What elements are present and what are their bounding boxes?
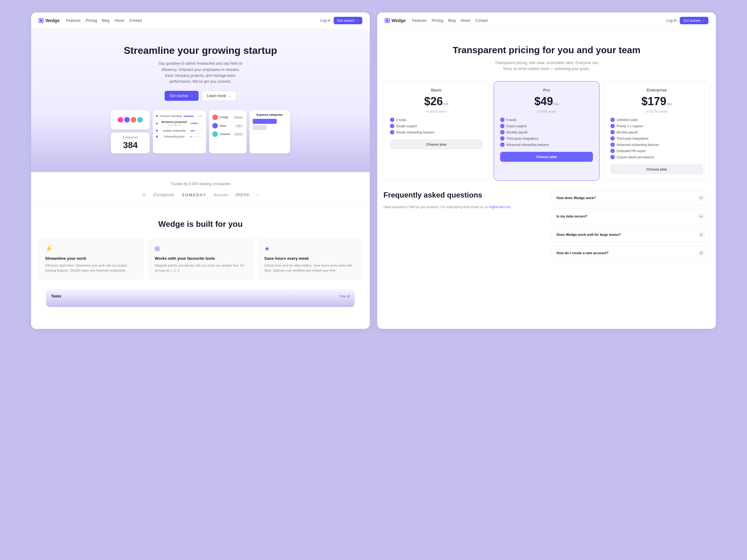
avatar-3 — [130, 116, 137, 123]
feature-ent-6: ✓ Dedicated HR expert — [610, 149, 703, 153]
feature-basic-1: ✓ 2 seats — [390, 117, 483, 122]
tasks-card: Finance reporting 74% Business proposal … — [153, 110, 206, 153]
faq-section: Frequently asked questions Have question… — [377, 190, 716, 263]
task-label-3: Update leadership — [160, 129, 188, 132]
nav-about-right[interactable]: About — [461, 18, 470, 23]
feature-title-2: Works with your favourite tools — [155, 256, 246, 261]
logos-row: ⬡ Compose SOMEDAY Accent IRENE › — [38, 192, 362, 197]
cta-button-left[interactable]: Get started — [334, 17, 362, 24]
employee-label: Employees — [114, 136, 147, 139]
feature-ent-3: ✓ Monthly payroll — [610, 130, 703, 134]
feature-desc-3: Unlock more time for what matters. Save … — [264, 263, 356, 273]
plan-price-basic: $26/mo — [390, 95, 483, 108]
login-button-right[interactable]: Log in — [666, 18, 677, 23]
check-icon-e3: ✓ — [610, 130, 615, 134]
feature-ent-7: ✓ Custom admin permissions — [610, 155, 703, 159]
brand-logo-irene: IRENE — [236, 192, 250, 197]
hero-cta-primary[interactable]: Get started — [165, 91, 199, 101]
nav-pricing-left[interactable]: Pricing — [85, 18, 97, 23]
feature-ent-5: ✓ Advanced onboarding features — [610, 142, 703, 147]
faq-item-3[interactable]: Does Wedge work well for large teams? + — [551, 227, 710, 242]
faq-email[interactable]: hi@email.com — [489, 205, 511, 209]
feature-card-3: ★ Save hours every week Unlock more time… — [258, 238, 362, 280]
expense-bar-2 — [253, 125, 266, 130]
check-icon-b1: ✓ — [390, 117, 394, 122]
hero-buttons: Get started Learn more — [38, 91, 362, 101]
nav-links-left: Features Pricing Blog About Contact — [66, 18, 314, 23]
faq-item-2[interactable]: Is my data secure? + — [551, 209, 710, 224]
nav-actions-left: Log in Get started — [320, 17, 362, 24]
check-icon-b3: ✓ — [390, 130, 394, 134]
faq-item-4[interactable]: How do I create a new account? + — [551, 245, 710, 261]
pricing-card-basic: Basic $26/mo or $269 yearly ✓ 2 seats ✓ … — [383, 81, 489, 181]
task-sub-2: In progress — [160, 124, 188, 126]
right-panel: Wedge Features Pricing Blog About Contac… — [377, 12, 716, 329]
features-grid: ⚡ Streamline your work Efficiency starts… — [38, 238, 362, 280]
user-avatar-2 — [212, 123, 218, 129]
tasks-label: Tasks — [51, 294, 61, 298]
faq-question-1: How does Wedge work? — [557, 196, 596, 200]
price-yearly-pro: or $499 yearly — [500, 110, 593, 113]
hero-cta-secondary[interactable]: Learn more — [202, 91, 236, 101]
feature-ent-4: ✓ Third party integrations — [610, 136, 703, 141]
plan-name-pro: Pro — [500, 88, 593, 92]
feature-pro-5: ✓ Advanced onboarding features — [500, 142, 593, 147]
nav-blog-left[interactable]: Blog — [102, 18, 109, 23]
expense-bar-1 — [253, 119, 277, 124]
check-icon-e7: ✓ — [610, 155, 615, 159]
page-wrapper: Wedge Features Pricing Blog About Contac… — [31, 12, 716, 329]
nav-about-left[interactable]: About — [114, 18, 124, 23]
feature-ent-1: ✓ Unlimited seats — [610, 117, 703, 122]
plan-name-basic: Basic — [390, 88, 483, 92]
feature-pro-1: ✓ 5 seats — [500, 117, 593, 122]
expense-card: Expense categories — [250, 110, 290, 153]
faq-question-2: Is my data secure? — [557, 214, 587, 218]
check-icon-e2: ✓ — [610, 124, 615, 128]
choose-plan-enterprise[interactable]: Choose plan — [610, 164, 703, 174]
pricing-card-pro: Pro $49/mo or $499 yearly ✓ 5 seats ✓ Ex… — [494, 81, 599, 181]
nav-contact-right[interactable]: Contact — [475, 18, 488, 23]
cta-button-right[interactable]: Get started — [680, 17, 709, 24]
feature-card-1: ⚡ Streamline your work Efficiency starts… — [38, 238, 143, 280]
user-row-3: Julianna Admin — [212, 130, 243, 138]
user-row-2: Nana Figur — [212, 122, 243, 130]
task-row-3: Update leadership — [156, 128, 203, 134]
feature-pro-2: ✓ Expert support — [500, 124, 593, 128]
nav-pricing-right[interactable]: Pricing — [432, 18, 443, 23]
price-yearly-basic: or $269 yearly — [390, 110, 483, 113]
plan-price-enterprise: $179/mo — [610, 95, 703, 108]
dashboard-mockup: Employees 384 Finance reporting 74% — [38, 110, 362, 153]
plan-price-pro: $49/mo — [500, 95, 593, 108]
feature-title-1: Streamline your work — [45, 256, 137, 261]
nav-features-left[interactable]: Features — [66, 18, 81, 23]
price-period-basic: /mo — [443, 102, 448, 106]
avatar-1 — [117, 116, 124, 123]
nav-actions-right: Log in Get started — [666, 17, 709, 24]
faq-left: Frequently asked questions Have question… — [383, 190, 542, 263]
avatars-card — [111, 110, 150, 129]
check-icon-p3: ✓ — [500, 130, 505, 134]
avatars-row — [114, 113, 147, 126]
choose-plan-basic[interactable]: Choose plan — [390, 139, 483, 149]
brand-logo-extra: › — [257, 193, 259, 197]
nav-blog-right[interactable]: Blog — [448, 18, 456, 23]
built-section: Wedge is built for you ⚡ Streamline your… — [31, 207, 370, 329]
tasks-view-all[interactable]: View all — [339, 295, 350, 298]
price-amount-basic: $26 — [424, 95, 443, 108]
price-amount-enterprise: $179 — [642, 95, 666, 108]
expense-title: Expense categories — [253, 113, 287, 116]
faq-subtitle: Have questions? We've got answers. For e… — [383, 205, 542, 210]
feature-basic-3: ✓ Simple onboarding features — [390, 130, 483, 134]
nav-contact-left[interactable]: Contact — [129, 18, 142, 23]
nav-links-right: Features Pricing Blog About Contact — [412, 18, 660, 23]
pricing-card-enterprise: Enterprise $179/mo or $1799 yearly ✓ Unl… — [604, 81, 710, 181]
choose-plan-pro[interactable]: Choose plan — [500, 152, 593, 162]
feature-ent-2: ✓ Priority 1-1 support — [610, 124, 703, 128]
logo-text-right: Wedge — [391, 18, 406, 23]
faq-item-1[interactable]: How does Wedge work? + — [551, 190, 710, 206]
check-icon-b2: ✓ — [390, 124, 394, 128]
check-icon-p5: ✓ — [500, 142, 505, 147]
faq-expand-icon-3: + — [698, 232, 704, 238]
nav-features-right[interactable]: Features — [412, 18, 427, 23]
login-button-left[interactable]: Log in — [320, 18, 331, 23]
